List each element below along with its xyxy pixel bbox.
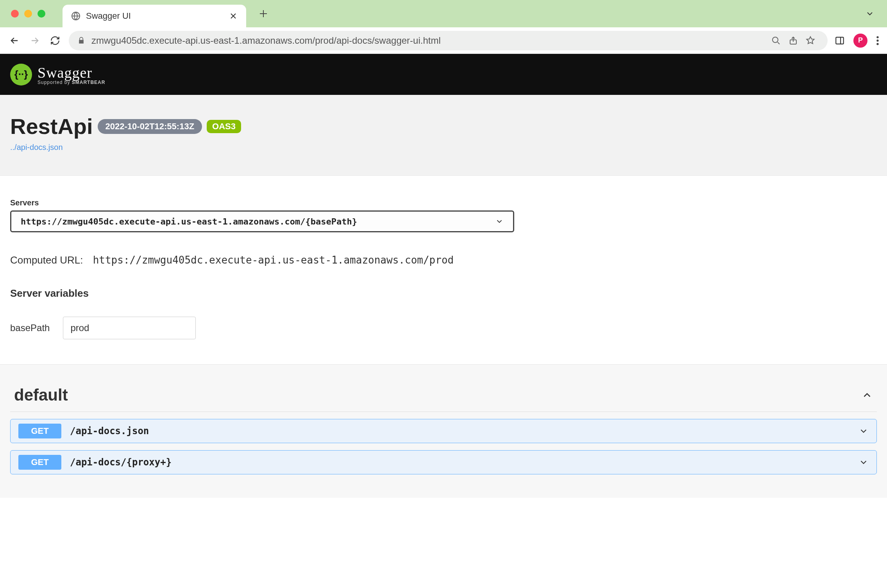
basepath-input[interactable] bbox=[63, 317, 196, 339]
url-field[interactable]: zmwgu405dc.execute-api.us-east-1.amazona… bbox=[69, 31, 828, 50]
servers-label: Servers bbox=[10, 198, 877, 207]
support-name: SMARTBEAR bbox=[72, 80, 106, 85]
swagger-support: Supported by SMARTBEAR bbox=[38, 80, 105, 85]
menu-icon[interactable] bbox=[876, 36, 879, 46]
server-variables-title: Server variables bbox=[10, 287, 877, 299]
share-icon[interactable] bbox=[789, 36, 798, 45]
tag-toggle[interactable]: default bbox=[10, 376, 877, 412]
server-select[interactable]: https://zmwgu405dc.execute-api.us-east-1… bbox=[10, 210, 514, 232]
swagger-name: Swagger bbox=[38, 64, 105, 81]
new-tab-button[interactable] bbox=[259, 9, 268, 18]
swagger-logo-icon: {··} bbox=[10, 64, 32, 86]
operations-section: default GET /api-docs.json GET /api-docs… bbox=[0, 364, 887, 498]
computed-url-label: Computed URL: bbox=[10, 254, 83, 266]
http-method-badge: GET bbox=[18, 455, 61, 470]
toolbar-right: P bbox=[835, 34, 879, 48]
side-panel-icon[interactable] bbox=[835, 36, 845, 46]
computed-url-value: https://zmwgu405dc.execute-api.us-east-1… bbox=[93, 254, 454, 266]
globe-icon bbox=[71, 11, 80, 21]
browser-tab[interactable]: Swagger UI bbox=[63, 5, 246, 27]
chevron-up-icon bbox=[861, 389, 873, 401]
window-controls bbox=[11, 10, 45, 18]
forward-button[interactable] bbox=[28, 34, 41, 47]
addr-actions bbox=[771, 36, 819, 45]
support-prefix: Supported by bbox=[38, 80, 72, 85]
api-docs-json-link[interactable]: ../api-docs.json bbox=[10, 143, 63, 152]
tab-title: Swagger UI bbox=[86, 11, 131, 21]
reload-button[interactable] bbox=[48, 34, 62, 47]
server-select-value: https://zmwgu405dc.execute-api.us-east-1… bbox=[21, 217, 357, 226]
swagger-brand[interactable]: {··} Swagger Supported by SMARTBEAR bbox=[10, 64, 105, 86]
svg-point-1 bbox=[773, 37, 778, 43]
api-info-section: RestApi 2022-10-02T12:55:13Z OAS3 ../api… bbox=[0, 95, 887, 176]
back-button[interactable] bbox=[8, 34, 21, 47]
profile-avatar[interactable]: P bbox=[853, 34, 867, 48]
window-minimize-button[interactable] bbox=[24, 10, 32, 18]
swagger-topbar: {··} Swagger Supported by SMARTBEAR bbox=[0, 54, 887, 95]
operation-path: /api-docs.json bbox=[70, 426, 149, 437]
servers-section: Servers https://zmwgu405dc.execute-api.u… bbox=[0, 176, 887, 364]
avatar-letter: P bbox=[858, 36, 863, 45]
chevron-down-icon bbox=[858, 457, 869, 467]
window-close-button[interactable] bbox=[11, 10, 19, 18]
tab-close-button[interactable] bbox=[230, 12, 239, 20]
svg-point-6 bbox=[876, 43, 878, 45]
chevron-down-icon bbox=[495, 217, 504, 226]
search-icon[interactable] bbox=[771, 36, 781, 45]
window-maximize-button[interactable] bbox=[38, 10, 45, 18]
browser-chrome: Swagger UI zmwgu405dc.execute-api.us-eas… bbox=[0, 0, 887, 54]
swagger-logo-glyph: {··} bbox=[14, 68, 28, 80]
computed-url-row: Computed URL: https://zmwgu405dc.execute… bbox=[10, 254, 877, 266]
http-method-badge: GET bbox=[18, 424, 61, 438]
tag-name: default bbox=[14, 386, 68, 404]
bookmark-icon[interactable] bbox=[806, 36, 815, 45]
svg-point-4 bbox=[876, 36, 878, 38]
chevron-down-icon bbox=[858, 426, 869, 436]
tab-overflow-button[interactable] bbox=[865, 9, 874, 18]
api-title: RestApi bbox=[10, 114, 93, 139]
tab-bar: Swagger UI bbox=[0, 0, 887, 27]
svg-rect-3 bbox=[836, 37, 844, 44]
operation-row[interactable]: GET /api-docs/{proxy+} bbox=[10, 450, 877, 474]
lock-icon bbox=[77, 37, 85, 45]
oas-badge: OAS3 bbox=[207, 120, 241, 133]
operation-path: /api-docs/{proxy+} bbox=[70, 457, 172, 468]
server-variable-name: basePath bbox=[10, 323, 50, 333]
url-text: zmwgu405dc.execute-api.us-east-1.amazona… bbox=[91, 35, 765, 46]
api-version-badge: 2022-10-02T12:55:13Z bbox=[98, 119, 202, 134]
server-variable-row: basePath bbox=[10, 317, 877, 339]
svg-point-5 bbox=[876, 39, 878, 41]
address-bar: zmwgu405dc.execute-api.us-east-1.amazona… bbox=[0, 27, 887, 54]
operation-row[interactable]: GET /api-docs.json bbox=[10, 419, 877, 443]
